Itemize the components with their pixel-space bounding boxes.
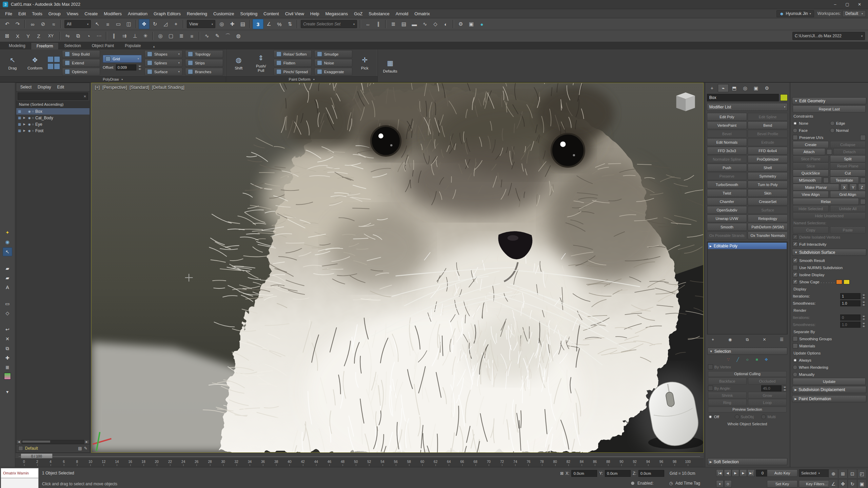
object-name-field[interactable]: Box — [707, 94, 779, 101]
select-and-rotate-icon[interactable]: ↻ — [150, 19, 160, 29]
repeat-last-button[interactable]: Repeat Last — [793, 105, 866, 113]
by-angle-spinner[interactable]: ▲▼ — [783, 386, 787, 391]
smoothness-spinner[interactable]: ▲▼ — [862, 322, 866, 327]
preserve-uvs-checkbox[interactable] — [793, 135, 798, 140]
branches-button[interactable]: Branches — [185, 68, 223, 76]
list-item[interactable]: ▦▶◉○Eye — [16, 121, 90, 127]
menu-arnold[interactable]: Arnold — [393, 10, 412, 18]
paint-deformation-rollout-header[interactable]: ▶ Paint Deformation — [792, 395, 866, 402]
grid-align-button[interactable]: Grid Align — [830, 191, 866, 198]
shell-button[interactable]: Shell — [748, 164, 788, 171]
undo-strip-icon[interactable]: ↩ — [3, 325, 12, 333]
color-ramp-swatch[interactable] — [4, 373, 11, 380]
ox-transfer-normals-button[interactable]: Ox Transfer Normals — [748, 231, 788, 239]
percent-snap-toggle-icon[interactable]: % — [274, 19, 284, 29]
offset-field[interactable]: 0.009 — [116, 64, 136, 70]
explorer-menu-display[interactable]: Display — [35, 84, 54, 90]
list-item[interactable]: ▦▶◉○Foot — [16, 127, 90, 134]
make-unique-icon[interactable]: ⧉ — [744, 337, 751, 343]
menu-content[interactable]: Content — [260, 10, 282, 18]
push-pull-tool-button[interactable]: ⇕ Push/ Pull — [251, 51, 271, 75]
loop-button[interactable]: Loop — [748, 399, 787, 406]
slice-button[interactable]: Slice — [793, 162, 828, 169]
grow-button[interactable]: Grow — [748, 392, 787, 399]
selection-filter-dropdown[interactable]: All▾ — [64, 20, 91, 28]
keyboard-shortcut-override-icon[interactable]: ▤ — [238, 19, 248, 29]
tab-selection[interactable]: Selection — [59, 42, 86, 49]
multi-radio[interactable] — [761, 414, 766, 419]
track-bar[interactable]: 0246810121416182022242628303234363840424… — [15, 459, 704, 467]
hide-unselected-button[interactable]: Hide Unselected — [793, 212, 866, 219]
manually-radio[interactable] — [793, 372, 797, 377]
close-button[interactable]: ✕ — [854, 1, 865, 8]
vertex-subobject-icon[interactable]: ∵ — [725, 357, 732, 362]
smooth-button[interactable]: Smooth — [707, 223, 747, 231]
named-selection-sets-combo[interactable]: Create Selection Set▾ — [301, 20, 357, 28]
list-item[interactable]: ▦▶◉○Cat_Body — [16, 115, 90, 121]
edge-radio[interactable] — [830, 121, 835, 126]
menu-graph-editors[interactable]: Graph Editors — [151, 10, 184, 18]
diamond-tool-icon[interactable]: ◇ — [3, 309, 12, 317]
visibility-toggle-icon[interactable]: ◉ — [28, 116, 31, 120]
show-cage-checkbox[interactable]: ✓ — [793, 279, 798, 284]
paint-deform-group-label[interactable]: Paint Deform▾ — [226, 76, 377, 82]
selected-cage-color-swatch[interactable] — [844, 280, 850, 284]
make-planar-button[interactable]: Make Planar — [793, 184, 839, 191]
spacing-tool-icon[interactable]: ⋯ — [94, 31, 104, 41]
visibility-toggle-icon[interactable]: ◉ — [28, 129, 31, 133]
smoothness-field[interactable]: 1.0 — [840, 300, 861, 306]
time-slider-handle[interactable]: 0 / 100 — [21, 453, 53, 459]
backface-button[interactable]: Backface — [708, 378, 747, 385]
vertexpaint-button[interactable]: VertexPaint — [707, 121, 747, 129]
ffd-3x3x3-button[interactable]: FFD 3x3x3 — [707, 147, 747, 155]
enabled-led-icon[interactable] — [631, 481, 635, 485]
paste-button[interactable]: Paste — [830, 226, 866, 233]
occluded-button[interactable]: Occluded — [748, 378, 787, 385]
layer-list-icon[interactable]: ▤ — [78, 446, 82, 451]
twist-button[interactable]: Twist — [707, 189, 747, 197]
rectangular-selection-region-icon[interactable]: ▭ — [113, 19, 123, 29]
maximize-button[interactable]: ▢ — [842, 1, 853, 8]
listener-output-line[interactable]: Omatrix Warnin — [1, 468, 39, 478]
extrude-button[interactable]: Extrude — [748, 138, 788, 146]
copy-button[interactable]: Copy — [793, 226, 828, 233]
msmooth-button[interactable]: MSmooth — [793, 177, 822, 184]
schematic-view-icon[interactable]: ◇ — [430, 19, 440, 29]
manage-layers-icon[interactable]: ≣ — [176, 31, 186, 41]
creaseset-button[interactable]: CreaseSet — [748, 198, 788, 205]
cage-color-swatch[interactable] — [836, 280, 842, 284]
isolate-selection-icon[interactable]: ◎ — [155, 31, 165, 41]
none-radio[interactable] — [793, 121, 797, 126]
use-nurms-subdivision-checkbox[interactable] — [793, 265, 798, 270]
render-production-icon[interactable]: ● — [477, 19, 487, 29]
unlink-selection-icon[interactable]: ⊘ — [38, 19, 48, 29]
defaults-button[interactable]: ▦ Defaults — [380, 54, 400, 78]
curve-editor-icon[interactable]: ∿ — [420, 19, 430, 29]
conform-tool-button[interactable]: ❖ Conform — [25, 51, 45, 75]
view-align-button[interactable]: View Align — [793, 191, 828, 198]
previous-frame-button[interactable]: ◀ — [724, 469, 731, 477]
measure-tool-icon[interactable]: ⌒ — [223, 31, 233, 41]
select-and-place-icon[interactable]: ⌖ — [171, 19, 181, 29]
surface-dropdown-button[interactable]: Surface▾ — [144, 68, 182, 76]
expand-arrow-icon[interactable]: ▶ — [23, 123, 27, 126]
select-and-move-icon[interactable]: ✥ — [139, 19, 150, 29]
face-radio[interactable] — [793, 128, 797, 133]
time-slider-track[interactable] — [19, 455, 700, 457]
modifier-stack-list[interactable]: ▸Editable Poly — [707, 242, 788, 334]
display-floater-icon[interactable]: ▢ — [166, 31, 176, 41]
modifier-list-dropdown[interactable]: Modifier List▾ — [707, 103, 788, 111]
ffd-4x4x4-button[interactable]: FFD 4x4x4 — [748, 147, 788, 155]
rectangle-tool-icon[interactable]: ▭ — [3, 300, 12, 308]
relax-settings-box[interactable] — [860, 199, 866, 204]
smoothing-groups-checkbox[interactable] — [793, 336, 798, 341]
key-mode-dropdown[interactable]: Selected▾ — [799, 469, 833, 477]
layer-swatch[interactable] — [18, 446, 23, 451]
unwrap-uvw-button[interactable]: Unwrap UVW — [707, 215, 747, 222]
menu-megascans[interactable]: Megascans — [322, 10, 351, 18]
zoom-extents-icon[interactable]: ⊡ — [848, 469, 857, 479]
ring-button[interactable]: Ring — [708, 399, 747, 406]
track-view-icon[interactable]: ∿ — [202, 31, 212, 41]
by-angle-field[interactable]: 45.0 — [761, 385, 782, 391]
tab-populate[interactable]: Populate — [119, 42, 146, 49]
